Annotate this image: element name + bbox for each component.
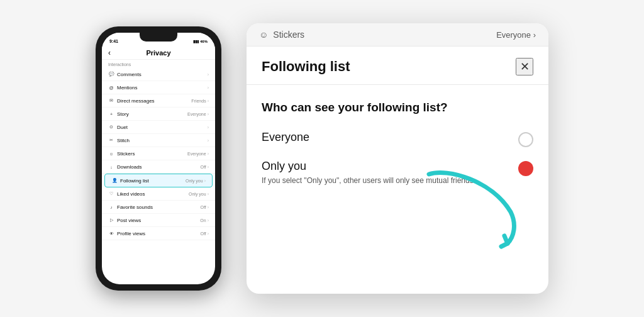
option-everyone-label: Everyone (262, 131, 511, 144)
dm-icon: ✉ (108, 97, 114, 104)
phone-notch (140, 33, 177, 42)
following-list-chevron: › (204, 179, 206, 183)
mentions-chevron: › (208, 86, 209, 90)
settings-item-story[interactable]: + Story Everyone › (102, 108, 215, 121)
settings-item-profile-views[interactable]: 👁 Profile views Off › (102, 227, 215, 240)
comments-icon: 💬 (108, 71, 114, 77)
status-icons: ▮▮▮ 46% (193, 39, 208, 43)
dialog-top-bar: ☺ Stickers Everyone › (247, 23, 548, 47)
story-value: Everyone (187, 112, 206, 116)
section-label: Interactions (102, 60, 215, 68)
dm-label: Direct messages (117, 98, 155, 104)
following-list-dialog: ☺ Stickers Everyone › Following list ✕ W… (247, 23, 548, 294)
settings-item-duet[interactable]: ⊙ Duet › (102, 121, 215, 134)
settings-item-stitch[interactable]: ✂ Stitch › (102, 134, 215, 147)
nav-header: ‹ Privacy (102, 47, 215, 60)
comments-chevron: › (208, 72, 209, 77)
profile-views-value: Off (200, 231, 206, 236)
story-icon: + (108, 111, 114, 117)
dialog-header: Following list ✕ (247, 47, 548, 85)
settings-item-downloads[interactable]: ↓ Downloads Off › (102, 160, 215, 174)
back-button[interactable]: ‹ (108, 48, 111, 57)
option-only-you-label: Only you (262, 160, 511, 173)
settings-item-following-list[interactable]: 👤 Following list Only you › (104, 174, 213, 187)
option-only-you-text: Only you If you select "Only you", other… (262, 160, 511, 186)
dialog-question: Who can see your following list? (262, 100, 533, 116)
following-list-icon: 👤 (111, 177, 118, 184)
post-views-chevron: › (208, 218, 209, 223)
dialog-body: Who can see your following list? Everyon… (247, 85, 548, 294)
favorite-sounds-chevron: › (208, 205, 209, 209)
settings-item-post-views[interactable]: ▷ Post views On › (102, 214, 215, 227)
favorite-sounds-value: Off (200, 205, 206, 209)
dialog-title: Following list (262, 58, 350, 75)
duet-icon: ⊙ (108, 124, 114, 130)
settings-item-liked-videos[interactable]: ♡ Liked videos Only you › (102, 187, 215, 201)
stitch-chevron: › (208, 138, 209, 143)
favorite-sounds-label: Favorite sounds (117, 204, 153, 210)
option-only-you-desc: If you select "Only you", other users wi… (262, 176, 475, 185)
favorite-sounds-icon: ♪ (108, 204, 114, 210)
page-title: Privacy (146, 49, 170, 57)
mentions-icon: @ (108, 84, 114, 91)
settings-item-mentions[interactable]: @ Mentions › (102, 81, 215, 94)
following-list-value: Only you (186, 179, 203, 183)
stickers-value: Everyone (187, 152, 206, 156)
stitch-icon: ✂ (108, 137, 114, 143)
stickers-icon: ☺ (108, 150, 114, 157)
post-views-icon: ▷ (108, 217, 114, 223)
settings-item-dm[interactable]: ✉ Direct messages Friends › (102, 94, 215, 108)
option-everyone-radio[interactable] (518, 132, 533, 147)
phone-screen: 9:41 ▮▮▮ 46% ‹ Privacy Interactions 💬 Co… (102, 33, 215, 284)
profile-views-icon: 👁 (108, 230, 114, 236)
settings-item-favorite-sounds[interactable]: ♪ Favorite sounds Off › (102, 201, 215, 214)
option-only-you-radio[interactable] (518, 161, 533, 176)
status-time: 9:41 (109, 39, 118, 43)
top-bar-stickers-item: ☺ Stickers (259, 30, 304, 40)
downloads-value: Off (200, 165, 206, 169)
following-list-label: Following list (120, 178, 149, 184)
duet-chevron: › (208, 125, 209, 130)
liked-videos-label: Liked videos (117, 191, 145, 197)
dm-chevron: › (208, 99, 209, 103)
settings-item-stickers[interactable]: ☺ Stickers Everyone › (102, 147, 215, 160)
dm-value: Friends (191, 99, 206, 103)
profile-views-label: Profile views (117, 231, 145, 236)
liked-videos-chevron: › (208, 192, 209, 196)
phone-device: 9:41 ▮▮▮ 46% ‹ Privacy Interactions 💬 Co… (96, 26, 221, 291)
option-only-you[interactable]: Only you If you select "Only you", other… (262, 160, 533, 186)
story-chevron: › (208, 112, 209, 116)
downloads-label: Downloads (117, 164, 142, 170)
option-everyone-text: Everyone (262, 131, 511, 145)
downloads-chevron: › (208, 165, 209, 169)
duet-label: Duet (117, 125, 128, 130)
story-label: Story (117, 111, 129, 117)
stickers-label: Stickers (117, 151, 135, 157)
liked-videos-icon: ♡ (108, 191, 114, 197)
settings-list: 💬 Comments › @ Mentions › ✉ D (102, 68, 215, 284)
dialog-close-button[interactable]: ✕ (516, 58, 533, 75)
downloads-icon: ↓ (108, 164, 114, 170)
settings-item-comments[interactable]: 💬 Comments › (102, 68, 215, 81)
comments-label: Comments (117, 72, 142, 77)
liked-videos-value: Only you (189, 192, 206, 196)
stitch-label: Stitch (117, 138, 130, 143)
stickers-chevron: › (208, 152, 209, 156)
option-everyone[interactable]: Everyone (262, 131, 533, 147)
profile-views-chevron: › (208, 231, 209, 236)
stickers-top-label: Stickers (273, 30, 304, 40)
post-views-label: Post views (117, 218, 141, 223)
post-views-value: On (200, 218, 206, 223)
mentions-label: Mentions (117, 85, 137, 91)
stickers-top-icon: ☺ (259, 30, 268, 40)
stickers-top-value: Everyone › (496, 30, 536, 40)
